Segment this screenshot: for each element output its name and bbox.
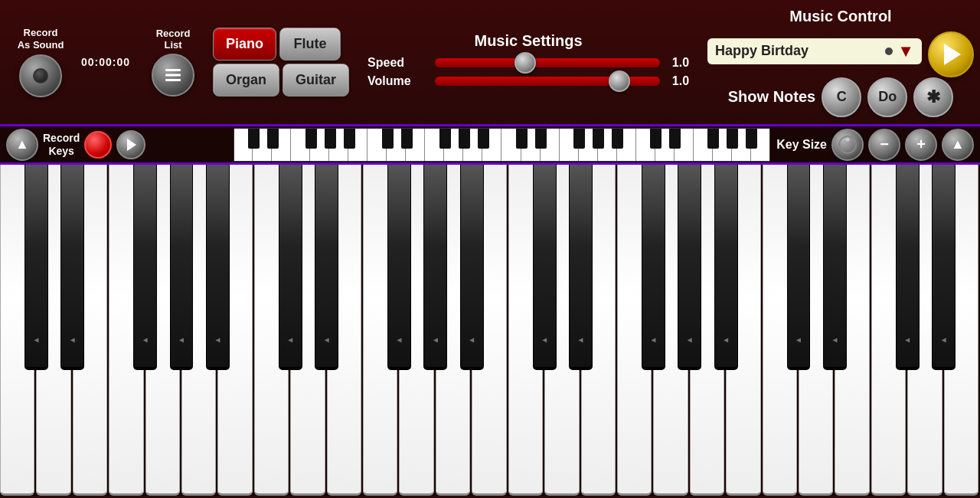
music-settings-title: Music Settings [474, 32, 582, 50]
scroll-up-button[interactable]: ▲ [6, 129, 38, 161]
black-key[interactable] [932, 165, 956, 370]
speed-track[interactable] [435, 58, 660, 67]
svg-rect-2 [165, 79, 181, 81]
piano-button[interactable]: Piano [213, 28, 276, 61]
record-list-section: Record List [142, 28, 204, 97]
black-key[interactable] [642, 165, 665, 370]
black-key[interactable] [423, 165, 447, 370]
song-name: Happy Birtday [715, 43, 880, 59]
keyboard-strip: ▲ Record Keys Key Size − + ▲ [0, 126, 980, 165]
up-arrow-icon: ▲ [15, 136, 29, 152]
record-list-label: Record List [156, 28, 191, 51]
record-as-sound-label: Record As Sound [18, 27, 64, 51]
show-notes-row: Show Notes C Do ✱ [728, 77, 953, 117]
instrument-buttons: Piano Flute Organ Guitar [213, 28, 349, 97]
play-keys-button[interactable] [116, 130, 145, 159]
volume-label: Volume [368, 74, 429, 88]
volume-value: 1.0 [666, 74, 689, 88]
show-notes-label: Show Notes [728, 88, 815, 106]
flute-button[interactable]: Flute [279, 28, 341, 61]
key-size-controls: Key Size − + ▲ [770, 129, 980, 161]
black-key[interactable] [387, 165, 411, 370]
svg-rect-1 [165, 74, 181, 77]
note-do-button[interactable]: Do [867, 77, 907, 117]
volume-track[interactable] [435, 77, 660, 86]
black-key[interactable] [569, 165, 593, 370]
speed-thumb[interactable] [514, 52, 536, 74]
top-bar: Record As Sound 00:00:00 Record List Pia… [0, 0, 980, 126]
record-list-button[interactable] [152, 54, 194, 97]
play-icon [944, 44, 961, 65]
music-settings-section: Music Settings Speed 1.0 Volume 1.0 [357, 32, 700, 93]
black-key[interactable] [24, 165, 48, 370]
organ-button[interactable]: Organ [213, 64, 279, 97]
record-keys-button[interactable] [84, 131, 112, 159]
instrument-row: Piano Flute [213, 28, 349, 61]
play-song-button[interactable] [928, 31, 974, 77]
key-size-minus-button[interactable]: − [868, 129, 900, 161]
music-control-title: Music Control [789, 8, 891, 25]
black-key[interactable] [533, 165, 557, 370]
black-key[interactable] [315, 165, 338, 370]
piano-keys [0, 165, 980, 496]
black-key[interactable] [678, 165, 701, 370]
black-key[interactable] [279, 165, 302, 370]
speed-row: Speed 1.0 [368, 56, 689, 70]
speed-value: 1.0 [666, 56, 689, 70]
list-icon [162, 64, 184, 86]
chevron-down-icon[interactable]: ▼ [897, 41, 914, 61]
black-key[interactable] [460, 165, 484, 370]
svg-rect-0 [165, 69, 181, 71]
black-key[interactable] [896, 165, 920, 370]
key-size-up-button[interactable]: ▲ [942, 129, 974, 161]
key-controls-left: ▲ Record Keys [0, 129, 234, 161]
record-keys-label: Record Keys [43, 132, 80, 158]
song-selector[interactable]: Happy Birtday ▼ [707, 38, 922, 64]
black-key[interactable] [60, 165, 84, 370]
play-keys-icon [127, 139, 136, 151]
black-key[interactable] [714, 165, 738, 370]
music-control-section: Music Control Happy Birtday ▼ Show Notes… [707, 8, 974, 117]
speed-label: Speed [368, 56, 429, 70]
record-as-sound-section: Record As Sound [6, 27, 75, 97]
record-as-sound-inner [33, 68, 48, 84]
black-key[interactable] [787, 165, 811, 370]
piano-area [0, 165, 980, 496]
guitar-button[interactable]: Guitar [283, 64, 349, 97]
knob-icon [838, 135, 858, 155]
black-key[interactable] [206, 165, 230, 370]
black-key[interactable] [823, 165, 847, 370]
instrument-row-2: Organ Guitar [213, 64, 349, 97]
volume-row: Volume 1.0 [368, 74, 689, 88]
black-key[interactable] [170, 165, 194, 370]
black-key[interactable] [133, 165, 157, 370]
key-size-plus-button[interactable]: + [905, 129, 937, 161]
timer-display: 00:00:00 [81, 56, 130, 68]
record-as-sound-button[interactable] [19, 54, 62, 97]
volume-thumb[interactable] [609, 70, 630, 92]
note-extra-button[interactable]: ✱ [913, 77, 953, 117]
svg-point-4 [846, 137, 850, 141]
mini-keys-strip[interactable] [234, 128, 770, 162]
key-size-knob[interactable] [831, 129, 864, 161]
key-size-label: Key Size [776, 138, 827, 152]
song-dot [885, 48, 893, 55]
note-c-button[interactable]: C [822, 77, 861, 117]
key-size-up-icon: ▲ [951, 136, 965, 152]
